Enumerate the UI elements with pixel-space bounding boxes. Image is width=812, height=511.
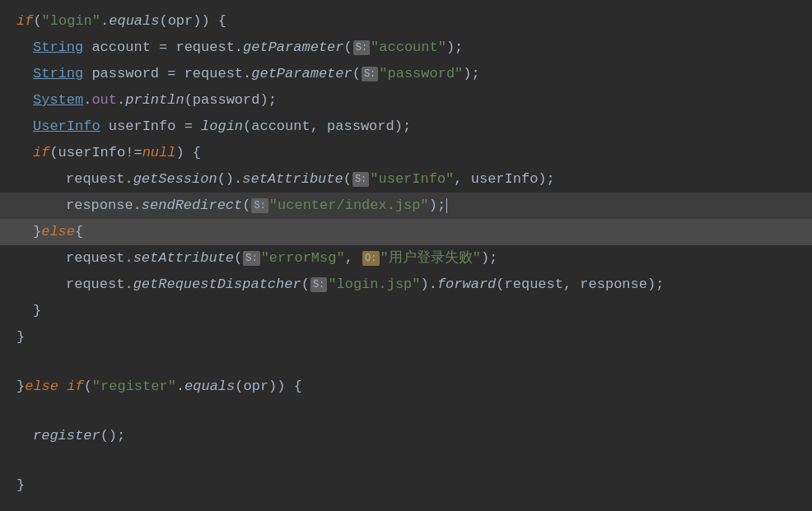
code-line-2: String account = request.getParameter(S:… bbox=[0, 35, 812, 61]
code-line-15: register(); bbox=[0, 423, 812, 449]
code-line-9: }else{ bbox=[0, 219, 812, 245]
code-line-11: request.getRequestDispatcher(S:"login.js… bbox=[0, 272, 812, 298]
code-line-empty bbox=[0, 351, 812, 374]
text-cursor bbox=[446, 198, 447, 213]
code-line-5: UserInfo userInfo = login(account, passw… bbox=[0, 114, 812, 140]
code-line-3: String password = request.getParameter(S… bbox=[0, 61, 812, 87]
code-editor: if("login".equals(opr)) { String account… bbox=[0, 0, 812, 511]
keyword-if: if bbox=[16, 10, 33, 33]
code-line-14: }else if("register".equals(opr)) { bbox=[0, 374, 812, 400]
code-line-13: } bbox=[0, 324, 812, 351]
code-line-16: } bbox=[0, 472, 812, 499]
code-line-4: System.out.println(password); bbox=[0, 87, 812, 114]
code-line-empty2 bbox=[0, 400, 812, 423]
code-line-8: response.sendRedirect(S:"ucenter/index.j… bbox=[0, 193, 812, 219]
code-line-empty3 bbox=[0, 449, 812, 472]
code-line-7: request.getSession().setAttribute(S:"use… bbox=[0, 166, 812, 193]
code-line-12: } bbox=[0, 298, 812, 324]
code-line-6: if(userInfo!=null) { bbox=[0, 140, 812, 166]
code-line-1: if("login".equals(opr)) { bbox=[0, 8, 812, 35]
code-line-10: request.setAttribute(S:"errorMsg", O:"用户… bbox=[0, 245, 812, 272]
